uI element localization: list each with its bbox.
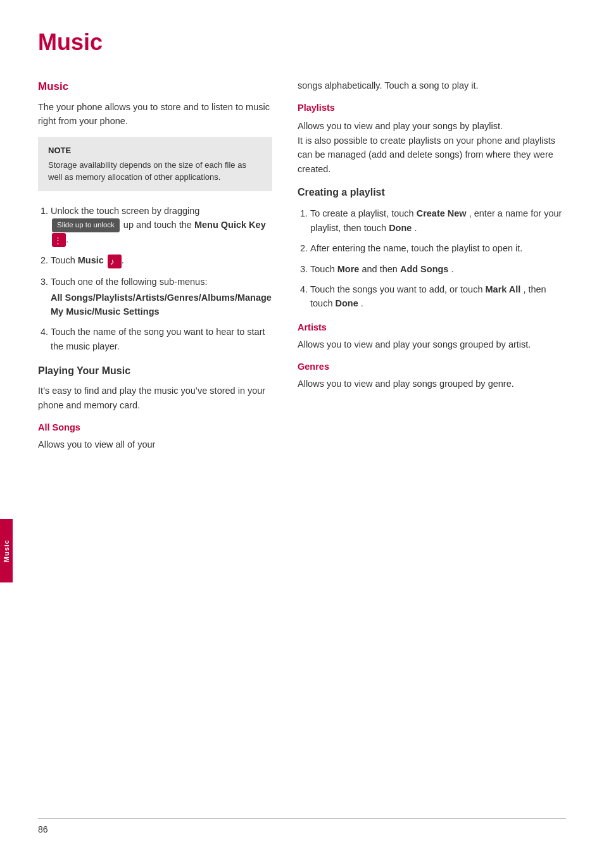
note-label: NOTE	[48, 144, 262, 157]
note-box: NOTE Storage availability depends on the…	[38, 137, 272, 191]
section-title-music: Music	[38, 79, 272, 95]
right-column: songs alphabetically. Touch a song to pl…	[298, 79, 566, 461]
side-tab: Music	[0, 519, 13, 582]
create-new-bold: Create New	[417, 208, 467, 218]
playing-text: It’s easy to find and play the music you…	[38, 384, 272, 412]
step-2-text: Touch	[51, 255, 78, 265]
create-step-3-text3: .	[451, 264, 453, 274]
create-step-3: Touch More and then Add Songs .	[310, 262, 566, 276]
step-1-text-middle: up and touch the	[123, 220, 194, 230]
menu-quick-key-icon	[52, 233, 66, 247]
create-step-1-text: To create a playlist, touch	[310, 208, 417, 218]
step-2-bold: Music	[78, 255, 104, 265]
playlists-heading: Playlists	[298, 101, 566, 115]
step-4-text: Touch the name of the song you want to h…	[51, 327, 265, 351]
slide-button: Slide up to unlock	[52, 218, 120, 232]
step-1-bold: Menu Quick Key	[194, 220, 266, 230]
step-2: Touch Music .	[51, 253, 272, 268]
creating-playlist-heading: Creating a playlist	[298, 185, 566, 200]
create-step-2: After entering the name, touch the playl…	[310, 241, 566, 255]
playing-your-music-heading: Playing Your Music	[38, 363, 272, 379]
bottom-area: 86	[38, 818, 566, 837]
steps-list: Unlock the touch screen by dragging Slid…	[38, 204, 272, 354]
submenus-text: All Songs/Playlists/Artists/Genres/Album…	[51, 291, 272, 319]
add-songs-bold: Add Songs	[400, 264, 449, 274]
left-column: Music The your phone allows you to store…	[38, 79, 272, 461]
create-step-1: To create a playlist, touch Create New ,…	[310, 206, 566, 235]
more-bold: More	[337, 264, 360, 274]
note-text: Storage availability depends on the size…	[48, 160, 262, 184]
music-icon	[108, 255, 122, 268]
create-step-2-text: After entering the name, touch the playl…	[310, 243, 522, 253]
done-bold-1: Done	[389, 223, 412, 233]
side-tab-label: Music	[1, 539, 12, 562]
all-songs-text: Allows you to view all of your	[38, 437, 272, 451]
create-step-1-text3: .	[414, 223, 417, 233]
genres-text: Allows you to view and play songs groupe…	[298, 377, 566, 391]
step-1-text-before: Unlock the touch screen by dragging	[51, 206, 199, 216]
all-songs-continued: songs alphabetically. Touch a song to pl…	[298, 79, 566, 92]
page: Music Music Music The your phone allows …	[0, 0, 604, 868]
step-3: Touch one of the following sub-menus: Al…	[51, 275, 272, 319]
page-title: Music	[38, 25, 566, 60]
mark-all-bold: Mark All	[485, 284, 520, 294]
playlists-text: Allows you to view and play your songs b…	[298, 119, 566, 176]
create-step-4: Touch the songs you want to add, or touc…	[310, 282, 566, 311]
step-1: Unlock the touch screen by dragging Slid…	[51, 204, 272, 248]
intro-text: The your phone allows you to store and t…	[38, 100, 272, 129]
create-step-4-text: Touch the songs you want to add, or touc…	[310, 284, 485, 294]
page-number: 86	[38, 824, 48, 834]
artists-text: Allows you to view and play your songs g…	[298, 337, 566, 351]
create-step-4-text3: .	[361, 298, 363, 308]
two-column-layout: Music The your phone allows you to store…	[38, 79, 566, 461]
artists-heading: Artists	[298, 321, 566, 335]
done-bold-2: Done	[336, 298, 358, 308]
create-step-3-text2: and then	[362, 264, 400, 274]
step-4: Touch the name of the song you want to h…	[51, 325, 272, 353]
create-step-3-text: Touch	[310, 264, 337, 274]
step-3-intro: Touch one of the following sub-menus:	[51, 277, 207, 287]
genres-heading: Genres	[298, 360, 566, 374]
all-songs-heading: All Songs	[38, 421, 272, 435]
creating-steps-list: To create a playlist, touch Create New ,…	[298, 206, 566, 311]
